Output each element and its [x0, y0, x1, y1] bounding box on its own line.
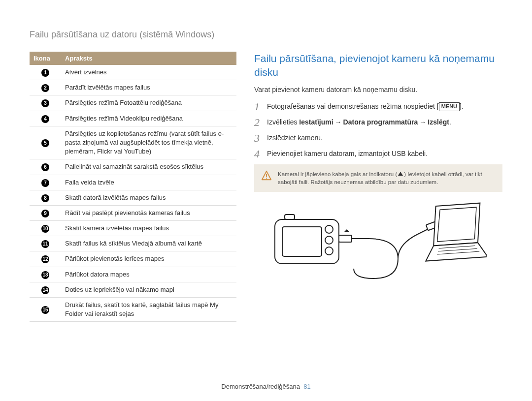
triangle-up-icon [398, 172, 403, 176]
table-row: 1Atvērt izvēlnes [30, 65, 236, 80]
step-1: 1 Fotografēšanas vai demonstrēšanas režī… [254, 101, 502, 112]
row-desc-cell: Skatīt kamerā izvēlētās mapes failus [61, 221, 236, 236]
page-footer: Demonstrēšana/rediģēšana 81 [0, 383, 532, 390]
step2-post: . [449, 118, 451, 126]
step1-post: . [462, 102, 464, 110]
table-row: 3Pārslēgties režīmā Fotoattēlu rediģēšan… [30, 95, 236, 111]
table-row: 13Pārlūkot datora mapes [30, 267, 236, 282]
circled-number-icon: 6 [41, 163, 49, 171]
svg-marker-10 [344, 229, 350, 232]
step-number: 4 [254, 149, 262, 159]
table-row: 4Pārslēgties režīmā Videoklipu rediģēšan… [30, 111, 236, 126]
row-desc-cell: Faila veida izvēle [61, 175, 236, 190]
camera-laptop-illustration [254, 200, 502, 290]
step2-b1: Iestatījumi [299, 118, 333, 126]
table-row: 9Rādīt vai paslēpt pievienotās kameras f… [30, 205, 236, 220]
row-icon-cell: 11 [30, 236, 61, 251]
row-icon-cell: 8 [30, 190, 61, 205]
row-desc-cell: Pārlūkot pievienotās ierīces mapes [61, 251, 236, 267]
circled-number-icon: 15 [41, 306, 49, 314]
th-icon: Ikona [30, 52, 61, 65]
steps-list: 1 Fotografēšanas vai demonstrēšanas režī… [254, 101, 502, 159]
row-icon-cell: 7 [30, 175, 61, 190]
warning-note: Kamerai ir jāpievieno kabeļa gals ar ind… [254, 164, 502, 192]
step1-pre: Fotografēšanas vai demonstrēšanas režīmā… [267, 102, 437, 110]
circled-number-icon: 13 [41, 271, 49, 279]
circled-number-icon: 9 [41, 210, 49, 217]
footer-label: Demonstrēšana/rediģēšana [221, 383, 300, 390]
circled-number-icon: 4 [41, 115, 49, 123]
row-desc-cell: Rādīt vai paslēpt pievienotās kameras fa… [61, 205, 236, 220]
row-icon-cell: 2 [30, 80, 61, 95]
row-icon-cell: 6 [30, 159, 61, 175]
table-row: 6Palielināt vai samazināt sarakstā esošo… [30, 159, 236, 175]
table-row: 7Faila veida izvēle [30, 175, 236, 190]
circled-number-icon: 8 [41, 194, 49, 202]
table-row: 12Pārlūkot pievienotās ierīces mapes [30, 251, 236, 267]
row-icon-cell: 9 [30, 205, 61, 220]
row-desc-cell: Parādīt izvēlētās mapes failus [61, 80, 236, 95]
circled-number-icon: 12 [41, 255, 49, 263]
page-header: Failu pārsūtīšana uz datoru (sistēmā Win… [30, 30, 502, 40]
row-icon-cell: 15 [30, 298, 61, 322]
row-desc-cell: Skatīt failus kā sīktēlus Viedajā albumā… [61, 236, 236, 251]
step4-text: Pievienojiet kameru datoram, izmantojot … [267, 149, 428, 159]
step2-b2: Datora programmatūra [343, 118, 418, 126]
circled-number-icon: 7 [41, 179, 49, 187]
warning-icon [261, 170, 272, 186]
step-3: 3 Izslēdziet kameru. [254, 133, 502, 144]
row-desc-cell: Pārslēgties režīmā Videoklipu rediģēšana [61, 111, 236, 126]
table-row: 5Pārslēgties uz koplietošanas režīmu (va… [30, 126, 236, 159]
row-desc-cell: Atvērt izvēlnes [61, 65, 236, 80]
table-row: 2Parādīt izvēlētās mapes failus [30, 80, 236, 95]
svg-point-2 [266, 178, 267, 179]
row-desc-cell: Pārlūkot datora mapes [61, 267, 236, 282]
step-number: 2 [254, 117, 262, 128]
circled-number-icon: 10 [41, 225, 49, 233]
row-icon-cell: 5 [30, 126, 61, 159]
step-2: 2 Izvēlieties Iestatījumi→Datora program… [254, 117, 502, 128]
arrow-icon: → [335, 118, 342, 126]
table-row: 11Skatīt failus kā sīktēlus Viedajā albu… [30, 236, 236, 251]
row-desc-cell: Doties uz iepriekšējo vai nākamo mapi [61, 282, 236, 297]
row-desc-cell: Pārslēgties uz koplietošanas režīmu (var… [61, 126, 236, 159]
row-desc-cell: Skatīt datorā izvēlētās mapes failus [61, 190, 236, 205]
row-icon-cell: 13 [30, 267, 61, 282]
circled-number-icon: 1 [41, 69, 49, 77]
circled-number-icon: 5 [41, 139, 49, 147]
row-desc-cell: Palielināt vai samazināt sarakstā esošos… [61, 159, 236, 175]
svg-point-7 [325, 247, 333, 255]
section-heading: Failu pārsūtīšana, pievienojot kameru kā… [254, 52, 502, 80]
row-icon-cell: 4 [30, 111, 61, 126]
row-icon-cell: 14 [30, 282, 61, 297]
table-row: 8Skatīt datorā izvēlētās mapes failus [30, 190, 236, 205]
row-icon-cell: 1 [30, 65, 61, 80]
page-number: 81 [303, 383, 310, 390]
svg-point-6 [325, 236, 333, 244]
svg-point-5 [325, 225, 333, 233]
svg-rect-8 [285, 215, 295, 219]
arrow-icon: → [419, 118, 426, 126]
circled-number-icon: 3 [41, 99, 49, 107]
step2-b3: Izslēgt [428, 118, 449, 126]
table-row: 15Drukāt failus, skatīt tos kartē, sagla… [30, 298, 236, 322]
table-row: 14Doties uz iepriekšējo vai nākamo mapi [30, 282, 236, 297]
row-icon-cell: 3 [30, 95, 61, 111]
table-row: 10Skatīt kamerā izvēlētās mapes failus [30, 221, 236, 236]
row-desc-cell: Pārslēgties režīmā Fotoattēlu rediģēšana [61, 95, 236, 111]
step2-pre: Izvēlieties [267, 118, 299, 126]
warning-text: Kamerai ir jāpievieno kabeļa gals ar ind… [278, 170, 496, 186]
svg-rect-9 [339, 235, 352, 242]
circled-number-icon: 2 [41, 84, 49, 92]
icon-description-table: Ikona Apraksts 1Atvērt izvēlnes2Parādīt … [30, 52, 236, 322]
th-desc: Apraksts [61, 52, 236, 65]
step-4: 4 Pievienojiet kameru datoram, izmantojo… [254, 149, 502, 159]
row-desc-cell: Drukāt failus, skatīt tos kartē, saglabā… [61, 298, 236, 322]
svg-rect-4 [282, 227, 322, 256]
row-icon-cell: 10 [30, 221, 61, 236]
step3-text: Izslēdziet kameru. [267, 133, 323, 144]
section-subtext: Varat pievienot kameru datoram kā noņema… [254, 86, 502, 93]
menu-button-icon: MENU [439, 102, 460, 111]
circled-number-icon: 11 [41, 240, 49, 248]
svg-marker-13 [435, 207, 478, 242]
